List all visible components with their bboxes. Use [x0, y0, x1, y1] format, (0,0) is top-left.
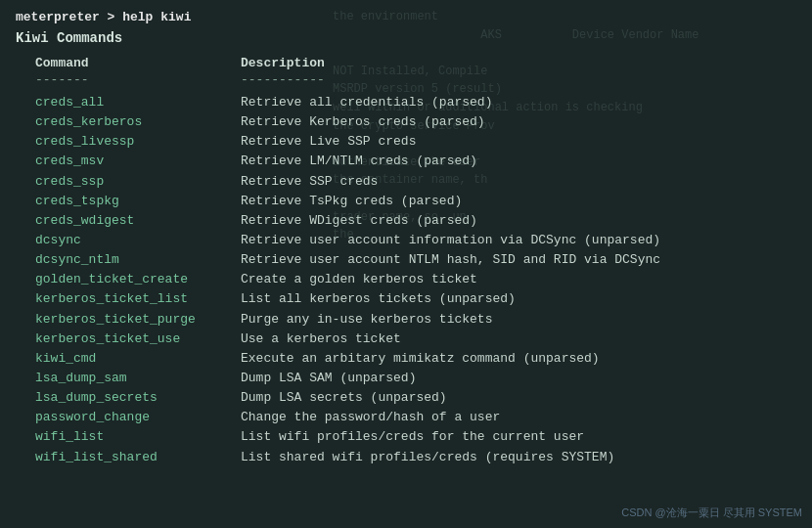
- cmd-name: creds_kerberos: [35, 112, 241, 132]
- table-row: creds_tspkgRetrieve TsPkg creds (parsed): [35, 192, 796, 211]
- cmd-name: lsa_dump_sam: [35, 369, 241, 388]
- divider-desc: -----------: [241, 72, 325, 87]
- cmd-name: creds_ssp: [35, 172, 241, 192]
- prompt-text: meterpreter > help kiwi: [16, 10, 191, 24]
- cmd-desc: Dump LSA secrets (unparsed): [241, 388, 447, 408]
- cmd-name: creds_tspkg: [35, 192, 241, 211]
- cmd-desc: List wifi profiles/creds for the current…: [241, 427, 584, 447]
- cmd-name: wifi_list_shared: [35, 448, 241, 467]
- table-row: wifi_listList wifi profiles/creds for th…: [35, 427, 796, 447]
- cmd-name: creds_all: [35, 93, 241, 112]
- table-row: creds_allRetrieve all credentials (parse…: [35, 93, 796, 112]
- table-divider: ------- -----------: [35, 72, 796, 87]
- commands-table: Command Description ------- ----------- …: [35, 56, 796, 467]
- cmd-desc: Use a kerberos ticket: [241, 330, 401, 349]
- cmd-desc: Retrieve Live SSP creds: [241, 132, 416, 152]
- command-rows: creds_allRetrieve all credentials (parse…: [35, 93, 796, 467]
- cmd-name: creds_livessp: [35, 132, 241, 152]
- cmd-desc: Execute an arbitary mimikatz command (un…: [241, 349, 600, 369]
- table-header-row: Command Description: [35, 56, 796, 70]
- table-row: creds_sspRetrieve SSP creds: [35, 172, 796, 192]
- cmd-name: lsa_dump_secrets: [35, 388, 241, 408]
- cmd-name: dcsync: [35, 231, 241, 250]
- cmd-desc: Retrieve all credentials (parsed): [241, 93, 492, 112]
- cmd-name: creds_wdigest: [35, 211, 241, 231]
- cmd-desc: Retrieve user account information via DC…: [241, 231, 660, 250]
- section-title: Kiwi Commands: [16, 30, 796, 46]
- cmd-desc: Purge any in-use kerberos tickets: [241, 310, 492, 330]
- table-row: dcsyncRetrieve user account information …: [35, 231, 796, 250]
- cmd-desc: Retrieve SSP creds: [241, 172, 378, 192]
- table-row: kerberos_ticket_useUse a kerberos ticket: [35, 330, 796, 349]
- table-row: wifi_list_sharedList shared wifi profile…: [35, 448, 796, 467]
- table-row: dcsync_ntlmRetrieve user account NTLM ha…: [35, 250, 796, 270]
- terminal-window: the environment AKS Device Vendor Name N…: [0, 0, 812, 528]
- cmd-name: creds_msv: [35, 152, 241, 171]
- cmd-name: dcsync_ntlm: [35, 250, 241, 270]
- cmd-desc: Retrieve WDigest creds (parsed): [241, 211, 477, 231]
- cmd-desc: List all kerberos tickets (unparsed): [241, 289, 516, 309]
- cmd-desc: Retrieve Kerberos creds (parsed): [241, 112, 485, 132]
- command-column-header: Command: [35, 56, 241, 70]
- prompt-line: meterpreter > help kiwi: [16, 10, 796, 24]
- table-row: lsa_dump_samDump LSA SAM (unparsed): [35, 369, 796, 388]
- cmd-desc: Retrieve LM/NTLM creds (parsed): [241, 152, 477, 171]
- table-row: password_changeChange the password/hash …: [35, 408, 796, 427]
- cmd-desc: Retrieve user account NTLM hash, SID and…: [241, 250, 660, 270]
- table-row: creds_kerberosRetrieve Kerberos creds (p…: [35, 112, 796, 132]
- table-row: creds_livesspRetrieve Live SSP creds: [35, 132, 796, 152]
- table-row: creds_msvRetrieve LM/NTLM creds (parsed): [35, 152, 796, 171]
- cmd-desc: Dump LSA SAM (unparsed): [241, 369, 416, 388]
- table-row: lsa_dump_secretsDump LSA secrets (unpars…: [35, 388, 796, 408]
- cmd-name: password_change: [35, 408, 241, 427]
- table-row: kiwi_cmdExecute an arbitary mimikatz com…: [35, 349, 796, 369]
- cmd-name: wifi_list: [35, 427, 241, 447]
- watermark: CSDN @沧海一粟日 尽其用 SYSTEM: [621, 506, 802, 520]
- cmd-name: kerberos_ticket_purge: [35, 310, 241, 330]
- table-row: golden_ticket_createCreate a golden kerb…: [35, 270, 796, 289]
- description-column-header: Description: [241, 56, 325, 70]
- cmd-name: golden_ticket_create: [35, 270, 241, 289]
- divider-cmd: -------: [35, 72, 241, 87]
- cmd-name: kiwi_cmd: [35, 349, 241, 369]
- cmd-desc: Change the password/hash of a user: [241, 408, 500, 427]
- cmd-desc: Retrieve TsPkg creds (parsed): [241, 192, 462, 211]
- cmd-desc: Create a golden kerberos ticket: [241, 270, 477, 289]
- cmd-name: kerberos_ticket_use: [35, 330, 241, 349]
- cmd-desc: List shared wifi profiles/creds (require…: [241, 448, 614, 467]
- table-row: kerberos_ticket_purgePurge any in-use ke…: [35, 310, 796, 330]
- cmd-name: kerberos_ticket_list: [35, 289, 241, 309]
- table-row: kerberos_ticket_listList all kerberos ti…: [35, 289, 796, 309]
- table-row: creds_wdigestRetrieve WDigest creds (par…: [35, 211, 796, 231]
